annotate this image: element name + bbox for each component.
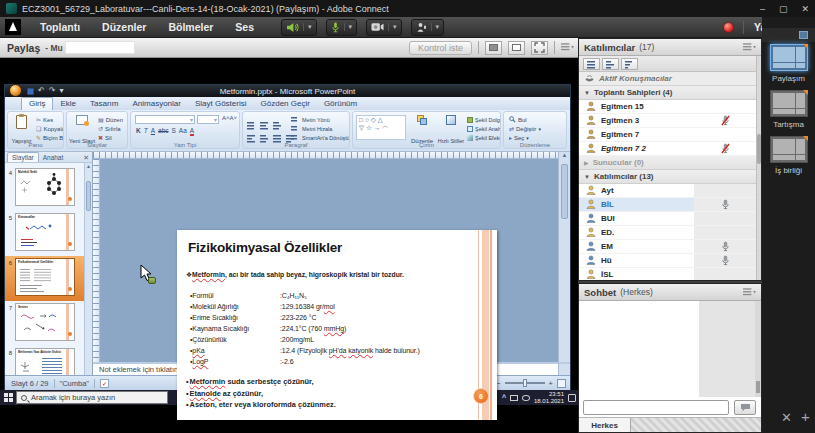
slide-thumbnail-7[interactable]: 7Sentez: [5, 301, 84, 346]
microphone-button[interactable]: ▾: [326, 19, 358, 36]
attendee-group-header-0[interactable]: ▼Toplantı Sahipleri (4): [579, 86, 756, 100]
case-button[interactable]: Aa: [179, 127, 187, 136]
attendee-group-header-1[interactable]: ▶Sunucular (0): [579, 156, 756, 170]
layout-collaboration[interactable]: İş birliği: [767, 136, 811, 175]
chat-send-button[interactable]: [734, 400, 756, 415]
copy-button[interactable]: ❏Kopyala: [36, 124, 64, 133]
arrange-button[interactable]: Düzenle: [409, 114, 435, 145]
status-button[interactable]: ▾: [411, 19, 445, 36]
webcam-dropdown-icon[interactable]: ▾: [388, 23, 397, 31]
status-dropdown-icon[interactable]: ▾: [431, 23, 440, 31]
layout-discussion[interactable]: Tartışma: [767, 90, 811, 129]
underline-button[interactable]: A: [151, 127, 155, 136]
undo-icon[interactable]: ↶: [38, 87, 45, 95]
zoom-slider[interactable]: [505, 382, 545, 384]
notification-center-icon[interactable]: [568, 394, 576, 402]
pod-menu-icon[interactable]: [743, 43, 756, 52]
ribbon-tab-2[interactable]: Tasarım: [83, 98, 125, 110]
chat-tab-everyone[interactable]: Herkes: [579, 418, 631, 432]
layout-share[interactable]: Paylaşım: [767, 44, 811, 83]
chat-scrollbar[interactable]: [755, 301, 761, 397]
save-icon[interactable]: [27, 88, 34, 95]
font-name-combobox[interactable]: ▾: [135, 115, 195, 124]
shape-outline-button[interactable]: Şekil Anahattı: [467, 124, 501, 133]
slide-thumbnail-4[interactable]: 4Molekül Şekli: [5, 166, 84, 211]
ribbon-tab-5[interactable]: Gözden Geçir: [254, 98, 317, 110]
office-button[interactable]: [9, 84, 22, 97]
attendee-row[interactable]: İSL: [579, 268, 756, 280]
tray-chevron-icon[interactable]: ^: [502, 394, 506, 401]
shapes-gallery[interactable]: □○◇△ ▽☆→◠: [356, 115, 406, 140]
bold-button[interactable]: K: [136, 127, 141, 136]
taskbar-search[interactable]: Aramak için buraya yazın: [16, 391, 168, 404]
font-color-button[interactable]: A: [190, 127, 194, 136]
attendee-group-header-2[interactable]: ▼Katılımcılar (13): [579, 170, 756, 184]
slide-thumbnail-5[interactable]: 5Kimyasallar: [5, 211, 84, 256]
layout-button[interactable]: ▤Düzen: [98, 115, 123, 124]
layout-close-icon[interactable]: ✕: [781, 410, 792, 425]
tab-slides[interactable]: Slaytlar: [7, 152, 39, 162]
redo-icon[interactable]: ↷: [49, 87, 56, 95]
strikethrough-button[interactable]: abc: [158, 127, 168, 136]
ribbon-tab-0[interactable]: Giriş: [21, 97, 53, 110]
pod-menu-icon[interactable]: [743, 288, 756, 297]
shape-fill-button[interactable]: Şekil Dolgusu: [467, 115, 501, 124]
attendee-row[interactable]: Egitmen 3: [579, 114, 756, 128]
replace-button[interactable]: ⇄Değiştir▾: [509, 124, 541, 133]
text-direction-button[interactable]: Metin Yönü: [291, 115, 349, 124]
attendee-row[interactable]: Egitmen 7 2: [579, 142, 756, 156]
ribbon-tab-1[interactable]: Ekle: [53, 98, 83, 110]
select-button[interactable]: ▸Seç▾: [509, 133, 529, 142]
paste-button[interactable]: Yapıştır: [9, 114, 34, 145]
volume-icon[interactable]: [522, 395, 530, 401]
pod-view-icon[interactable]: [485, 41, 502, 55]
pane-close-icon[interactable]: ✕: [80, 154, 92, 162]
cut-button[interactable]: ✂Kes: [36, 115, 53, 124]
attendee-row[interactable]: Egitmen 7: [579, 128, 756, 142]
zoom-in-icon[interactable]: +: [549, 379, 553, 388]
close-button[interactable]: ✕: [801, 4, 809, 14]
attendee-row[interactable]: BUI: [579, 212, 756, 226]
format-painter-button[interactable]: ✎Biçim Boyacısı: [36, 133, 64, 142]
minimize-button[interactable]: –: [760, 4, 765, 14]
start-button[interactable]: [0, 390, 16, 405]
chat-input[interactable]: [583, 400, 729, 415]
ribbon-tab-3[interactable]: Animasyonlar: [125, 98, 187, 110]
slide-thumbnail-8[interactable]: 8Metformin Yapı Aktivite İlişkisi: [5, 346, 84, 375]
italic-button[interactable]: T: [144, 127, 148, 136]
attendee-row[interactable]: Egitmen 15: [579, 100, 756, 114]
pod-menu-icon[interactable]: [561, 43, 574, 52]
fullscreen-icon[interactable]: [531, 41, 548, 55]
menubar-item-3[interactable]: Ses: [235, 21, 254, 33]
pane-scrollbar[interactable]: ▲: [84, 163, 92, 375]
taskbar-clock[interactable]: 23:51 18.01.2021: [534, 391, 564, 405]
spellcheck-icon[interactable]: ✓: [100, 379, 109, 388]
grow-shrink-font-buttons[interactable]: A˄A˅: [222, 115, 237, 121]
webcam-button[interactable]: ▾: [366, 19, 402, 36]
font-style-buttons[interactable]: K T A abc S Aa A: [136, 127, 197, 136]
menubar-item-2[interactable]: Bölmeler: [168, 21, 213, 33]
maximize-button[interactable]: ▢: [779, 4, 788, 14]
smartart-button[interactable]: SmartArt'a Dönüştür: [291, 133, 349, 142]
reset-button[interactable]: ↺Sıfırla: [98, 124, 121, 133]
shadow-button[interactable]: S: [172, 127, 176, 136]
ribbon-tab-6[interactable]: Görünüm: [317, 98, 364, 110]
menubar-item-1[interactable]: Düzenler: [102, 21, 146, 33]
microphone-dropdown-icon[interactable]: ▾: [344, 23, 353, 31]
ribbon-tab-4[interactable]: Slayt Gösterisi: [188, 98, 254, 110]
layout-add-icon[interactable]: +: [801, 408, 810, 425]
speaker-button[interactable]: ▾: [281, 19, 317, 36]
attendee-row[interactable]: Ayt: [579, 184, 756, 198]
workspace-scrollbar[interactable]: ▲: [558, 152, 570, 362]
pod-view-alt-icon[interactable]: [508, 41, 525, 55]
grid-view-button[interactable]: [602, 58, 619, 70]
slide-thumbnail-6[interactable]: 6Fizikokimyasal Özellikler: [5, 256, 84, 301]
request-control-button[interactable]: Kontrol iste: [409, 41, 472, 55]
attendee-row[interactable]: Hü: [579, 254, 756, 268]
qat-dropdown-icon[interactable]: ▾: [59, 87, 63, 95]
new-slide-button[interactable]: Yeni Slayt: [68, 114, 96, 145]
list-view-button[interactable]: [583, 58, 600, 70]
network-icon[interactable]: [510, 395, 518, 401]
attendee-row[interactable]: BİL: [579, 198, 756, 212]
sort-view-button[interactable]: [621, 58, 638, 70]
